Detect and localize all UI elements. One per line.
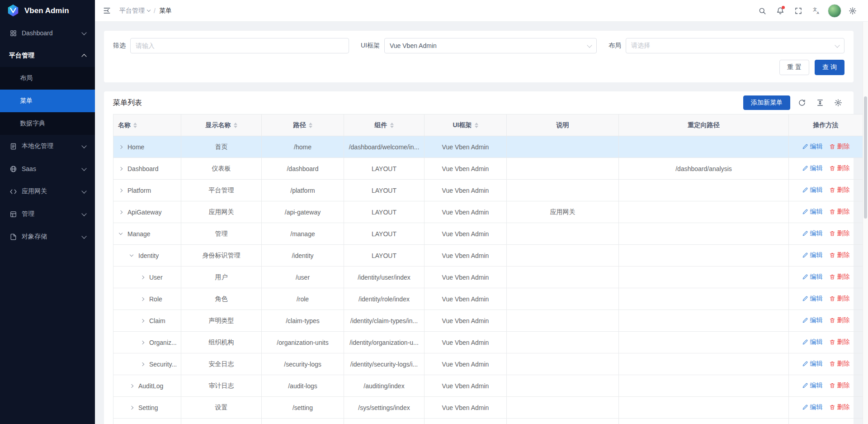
column-header[interactable]: 组件 [344,114,425,136]
cell-display-name: 安全日志 [181,353,262,375]
sort-icon[interactable] [309,123,312,128]
expand-toggle-icon[interactable] [118,167,123,170]
table-row-claim: Claim声明类型/claim-types/identity/claim-typ… [113,310,863,332]
expand-toggle-icon[interactable] [140,363,145,366]
delete-button[interactable]: 删除 [829,316,850,324]
delete-button[interactable]: 删除 [829,338,850,346]
cell-framework: Vue Vben Admin [425,375,507,397]
sidebar-submenu-platform: 布局菜单数据字典 [0,67,95,135]
delete-button[interactable]: 删除 [829,229,850,238]
sort-icon[interactable] [133,123,137,128]
delete-button[interactable]: 删除 [829,164,850,172]
table-row-security: Security...安全日志/security-logs/identity/s… [113,353,863,375]
column-header[interactable]: UI框架 [425,114,507,136]
sidebar-item-menu[interactable]: 菜单 [0,90,95,112]
user-avatar[interactable] [826,3,843,19]
sidebar-item-platform[interactable]: 平台管理 [0,44,95,67]
column-header[interactable]: 显示名称 [181,114,262,136]
filter-field-ui-framework: UI框架Vue Vben Admin [361,38,597,53]
sidebar-item-saas[interactable]: Saas [0,157,95,180]
sidebar-item-manage[interactable]: 管理 [0,203,95,225]
notification-icon[interactable] [772,3,788,19]
expand-toggle-icon[interactable] [129,406,134,409]
delete-button[interactable]: 删除 [829,360,850,368]
table-settings-icon[interactable] [832,96,844,109]
edit-button[interactable]: 编辑 [802,143,823,151]
chevron-down-icon [81,233,86,238]
expand-toggle-icon[interactable] [140,298,145,300]
sidebar-item-dashboard[interactable]: Dashboard [0,22,95,44]
cell-description [507,353,619,375]
table-row-role: Role角色/role/identity/role/indexVue Vben … [113,288,863,310]
menu-table-panel: 菜单列表 添加新菜单 名称显示名称路径组件UI框架说明重定向路径操作方法 Hom… [104,91,854,424]
edit-button[interactable]: 编辑 [802,381,823,390]
sort-icon[interactable] [234,123,237,128]
cell-framework: Vue Vben Admin [425,353,507,375]
edit-button[interactable]: 编辑 [802,251,823,259]
cell-component: /auditing/index [344,375,425,397]
sidebar-item-localization[interactable]: 本地化管理 [0,135,95,157]
filter-select-layout[interactable]: 请选择 [626,38,844,53]
expand-toggle-icon[interactable] [118,233,123,234]
delete-button[interactable]: 删除 [829,143,850,151]
cell-name: User [113,267,181,288]
breadcrumb-root[interactable]: 平台管理 [119,7,150,15]
vertical-scrollbar[interactable] [863,22,868,424]
column-header: 重定向路径 [619,114,789,136]
sidebar-item-layout[interactable]: 布局 [0,67,95,90]
sidebar-item-gateway[interactable]: 应用网关 [0,180,95,203]
column-header[interactable]: 名称 [113,114,181,136]
app-logo[interactable]: Vben Admin [0,0,95,22]
expand-toggle-icon[interactable] [118,189,123,192]
expand-toggle-icon[interactable] [140,341,145,344]
edit-button[interactable]: 编辑 [802,295,823,303]
sort-icon[interactable] [390,123,394,128]
edit-button[interactable]: 编辑 [802,273,823,281]
settings-icon[interactable] [844,3,861,19]
sidebar-item-storage[interactable]: 对象存储 [0,225,95,248]
scrollbar-thumb[interactable] [864,96,867,219]
edit-button[interactable]: 编辑 [802,229,823,238]
expand-toggle-icon[interactable] [140,276,145,279]
delete-button[interactable]: 删除 [829,295,850,303]
edit-button[interactable]: 编辑 [802,164,823,172]
sidebar-item-dictionary[interactable]: 数据字典 [0,112,95,135]
cell-actions: 编辑删除 [789,375,863,397]
sort-icon[interactable] [475,123,478,128]
expand-toggle-icon[interactable] [140,319,145,322]
add-menu-button[interactable]: 添加新菜单 [743,95,790,110]
filter-select-ui-framework[interactable]: Vue Vben Admin [384,38,597,53]
delete-button[interactable]: 删除 [829,208,850,216]
edit-button[interactable]: 编辑 [802,338,823,346]
edit-button[interactable]: 编辑 [802,403,823,411]
delete-button[interactable]: 删除 [829,251,850,259]
sidebar-collapse-icon[interactable] [99,3,115,19]
breadcrumb-current: 菜单 [159,7,172,15]
cell-path: /security-logs [262,353,344,375]
refresh-icon[interactable] [796,96,808,109]
row-height-icon[interactable] [814,96,826,109]
delete-button[interactable]: 删除 [829,186,850,194]
delete-button[interactable]: 删除 [829,381,850,390]
expand-toggle-icon[interactable] [118,146,123,148]
search-icon[interactable] [754,3,770,19]
translate-icon[interactable]: 文A [808,3,825,19]
column-header[interactable]: 路径 [262,114,344,136]
expand-toggle-icon[interactable] [129,385,134,387]
reset-button[interactable]: 重 置 [779,60,809,75]
cell-redirect [619,201,789,223]
edit-button[interactable]: 编辑 [802,186,823,194]
delete-button[interactable]: 删除 [829,403,850,411]
cell-display-name: 仪表板 [181,158,262,180]
expand-toggle-icon[interactable] [118,211,123,214]
edit-button[interactable]: 编辑 [802,208,823,216]
edit-button[interactable]: 编辑 [802,360,823,368]
column-header: 说明 [507,114,619,136]
fullscreen-icon[interactable] [790,3,807,19]
expand-toggle-icon[interactable] [129,255,134,256]
delete-button[interactable]: 删除 [829,273,850,281]
search-button[interactable]: 查 询 [815,60,844,75]
edit-button[interactable]: 编辑 [802,316,823,324]
cell-name: AuditLog [113,375,181,397]
keyword-input[interactable] [136,42,344,49]
